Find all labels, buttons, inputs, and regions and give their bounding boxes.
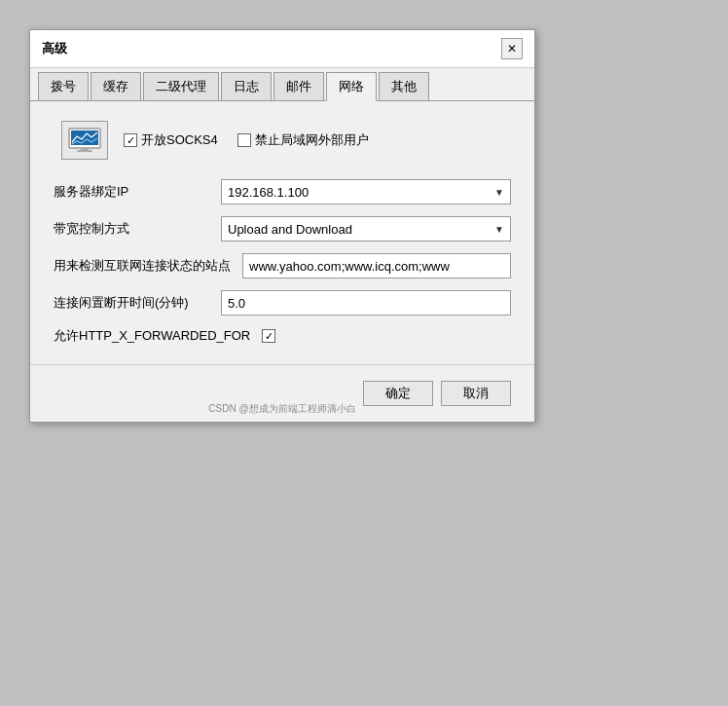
restrict-checkbox-item[interactable]: 禁止局域网外部用户 <box>237 131 369 149</box>
watermark: CSDN @想成为前端工程师滴小白 <box>208 402 355 416</box>
timeout-row: 连接闲置断开时间(分钟) <box>54 290 511 316</box>
timeout-label: 连接闲置断开时间(分钟) <box>54 294 209 312</box>
dialog-title: 高级 <box>42 40 67 57</box>
socks4-checkbox-item[interactable]: 开放SOCKS4 <box>124 131 218 149</box>
tab-log[interactable]: 日志 <box>221 72 272 100</box>
restrict-checkbox[interactable] <box>237 133 251 147</box>
svg-rect-3 <box>77 150 92 152</box>
server-ip-row: 服务器绑定IP 192.168.1.100 ▼ <box>54 179 511 204</box>
bandwidth-label: 带宽控制方式 <box>54 220 209 238</box>
tab-bar: 拨号 缓存 二级代理 日志 邮件 网络 其他 <box>30 68 534 101</box>
title-bar: 高级 ✕ <box>30 30 534 68</box>
top-options-row: 开放SOCKS4 禁止局域网外部用户 <box>54 121 511 160</box>
close-button[interactable]: ✕ <box>501 38 523 59</box>
monitor-icon <box>67 127 102 154</box>
detect-sites-input[interactable] <box>242 253 511 279</box>
bandwidth-row: 带宽控制方式 Upload and Download ▼ <box>54 216 511 242</box>
detect-sites-label: 用来检测互联网连接状态的站点 <box>54 257 231 275</box>
ok-button[interactable]: 确定 <box>363 381 433 406</box>
checkbox-row: 开放SOCKS4 禁止局域网外部用户 <box>124 131 369 149</box>
bandwidth-arrow: ▼ <box>494 224 504 235</box>
tab-proxy[interactable]: 二级代理 <box>143 72 219 100</box>
bandwidth-dropdown[interactable]: Upload and Download ▼ <box>221 216 511 242</box>
restrict-label: 禁止局域网外部用户 <box>255 131 369 149</box>
socks4-checkbox[interactable] <box>124 133 137 147</box>
tab-dial[interactable]: 拨号 <box>38 72 89 100</box>
detect-sites-row: 用来检测互联网连接状态的站点 <box>54 253 511 279</box>
forwarded-for-label: 允许HTTP_X_FORWARDED_FOR <box>54 327 250 345</box>
timeout-input[interactable] <box>221 290 511 316</box>
form-section: 服务器绑定IP 192.168.1.100 ▼ 带宽控制方式 Upload an… <box>54 179 511 345</box>
bandwidth-value: Upload and Download <box>228 222 352 237</box>
server-ip-arrow: ▼ <box>494 187 504 198</box>
advanced-dialog: 高级 ✕ 拨号 缓存 二级代理 日志 邮件 网络 其他 <box>29 29 535 423</box>
server-ip-value: 192.168.1.100 <box>228 185 309 200</box>
network-icon-box <box>61 121 108 160</box>
content-area: 开放SOCKS4 禁止局域网外部用户 服务器绑定IP 192.168.1.100… <box>30 101 534 364</box>
tab-cache[interactable]: 缓存 <box>91 72 141 100</box>
forwarded-for-checkbox[interactable] <box>262 329 275 343</box>
cancel-button[interactable]: 取消 <box>441 381 511 406</box>
svg-rect-2 <box>81 148 89 150</box>
server-ip-label: 服务器绑定IP <box>54 183 209 201</box>
tab-network[interactable]: 网络 <box>326 72 377 101</box>
tab-other[interactable]: 其他 <box>379 72 429 100</box>
server-ip-dropdown[interactable]: 192.168.1.100 ▼ <box>221 179 511 204</box>
forwarded-for-row: 允许HTTP_X_FORWARDED_FOR <box>54 327 511 345</box>
socks4-label: 开放SOCKS4 <box>141 131 218 149</box>
tab-mail[interactable]: 邮件 <box>273 72 324 100</box>
